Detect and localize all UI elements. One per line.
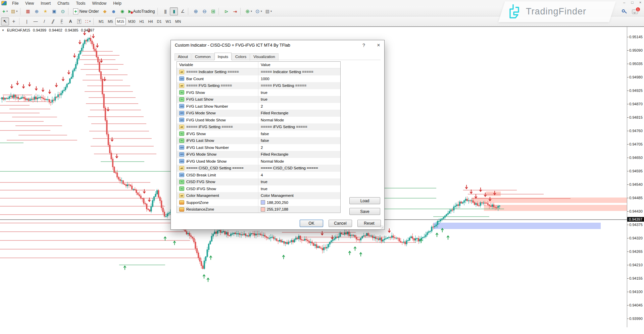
menu-item[interactable]: Tools [73, 0, 89, 6]
table-row[interactable]: iFVG Show false [177, 130, 340, 137]
cancel-button[interactable]: Cancel [329, 220, 352, 227]
dialog-tab[interactable]: Inputs [214, 53, 232, 60]
table-row[interactable]: CISD Break Limit 4 [177, 172, 340, 179]
toolbar-button[interactable] [93, 18, 96, 25]
table-row[interactable]: iFVG Used Mode Show Normal Mode [177, 158, 340, 165]
toolbar-button[interactable] [118, 7, 127, 15]
toolbar-button[interactable] [244, 7, 253, 15]
table-row[interactable]: ===== FVG Setting ===== ===== FVG Settin… [177, 82, 340, 89]
toolbar-button[interactable] [58, 17, 66, 25]
dialog-help-button[interactable]: ? [358, 40, 369, 50]
chevron-down-icon[interactable]: ▼ [2, 29, 4, 32]
save-button[interactable]: Save [349, 208, 380, 215]
minimize-button[interactable]: – [622, 0, 627, 4]
table-row[interactable]: ===== CISD_CSD Setting ===== ===== CISD_… [177, 165, 340, 172]
price-axis[interactable]: 0.951450.950900.950350.949800.949250.948… [627, 27, 644, 327]
table-row[interactable]: iFVG Last Show false [177, 137, 340, 144]
toolbar-button[interactable] [170, 7, 178, 15]
toolbar-button[interactable] [24, 7, 32, 15]
timeframe-button[interactable]: W1 [164, 18, 173, 25]
toolbar-button[interactable] [222, 7, 230, 15]
toolbar-button[interactable] [40, 17, 48, 25]
toolbar-button[interactable] [23, 17, 31, 25]
table-row[interactable]: CISD FVG Show true [177, 178, 340, 185]
toolbar-button[interactable] [209, 7, 217, 15]
toolbar-button[interactable] [68, 8, 70, 15]
chat-icon[interactable]: 1 [632, 9, 638, 14]
table-row[interactable]: CISD iFVG Show true [177, 185, 340, 192]
table-row[interactable]: FVG Last Show true [177, 96, 340, 103]
toolbar-button[interactable] [41, 7, 49, 15]
dialog-title-bar[interactable]: Custom Indicator - CISD-CSD + FVG-iFVG I… [171, 40, 384, 50]
timeframe-button[interactable]: M1 [97, 18, 105, 25]
timeframe-button[interactable]: MN [174, 18, 183, 25]
toolbar-button[interactable] [231, 7, 239, 15]
restore-button[interactable]: □ [630, 0, 635, 4]
table-row[interactable]: ResistanceZone 255,197,188 [177, 206, 340, 213]
menu-item[interactable]: Insert [37, 0, 54, 6]
table-row[interactable]: Color Management Color Management [177, 192, 340, 199]
table-row[interactable]: iFVG Mode Show Filled Rectangle [177, 151, 340, 158]
menu-item[interactable]: Help [110, 0, 125, 6]
param-value: Normal Mode [261, 118, 284, 122]
ok-button[interactable]: OK [300, 220, 323, 227]
toolbar-button[interactable] [19, 18, 21, 25]
menu-item[interactable]: Window [89, 0, 110, 6]
toolbar-button[interactable] [110, 7, 118, 15]
toolbar-button[interactable] [240, 8, 243, 15]
toolbar-button[interactable] [179, 7, 187, 15]
toolbar-button[interactable] [1, 17, 9, 25]
search-icon[interactable] [622, 9, 627, 14]
reset-button[interactable]: Reset [357, 220, 381, 227]
close-button[interactable]: × [638, 0, 643, 4]
toolbar-button[interactable] [264, 7, 273, 15]
timeframe-button[interactable]: M30 [127, 18, 137, 25]
toolbar-button[interactable] [10, 17, 18, 25]
toolbar-button[interactable] [157, 8, 160, 15]
menu-item[interactable]: Charts [54, 0, 72, 6]
toolbar-button[interactable] [32, 17, 40, 25]
toolbar-button[interactable] [101, 7, 109, 15]
toolbar-button[interactable]: AutoTrading [127, 7, 156, 15]
timeframe-button[interactable]: M5 [106, 18, 114, 25]
table-row[interactable]: ===== Indicator Setting ===== ===== Indi… [177, 68, 340, 75]
timeframe-button[interactable]: D1 [155, 18, 163, 25]
toolbar-button[interactable] [75, 17, 83, 25]
table-row[interactable]: SupportZone 188,200,250 [177, 199, 340, 206]
table-row[interactable]: FVG Show true [177, 89, 340, 96]
table-row[interactable]: FVG Mode Show Filled Rectangle [177, 110, 340, 117]
timeframe-button[interactable]: H1 [138, 18, 146, 25]
toolbar-button[interactable] [161, 7, 169, 15]
menu-item[interactable]: View [22, 0, 37, 6]
menu-item[interactable]: File [9, 0, 22, 6]
timeframe-button[interactable]: M15 [115, 18, 126, 25]
toolbar-button[interactable] [188, 8, 190, 15]
toolbar-button[interactable]: New Order [72, 7, 100, 15]
table-row[interactable]: ===== iFVG Setting ===== ===== iFVG Sett… [177, 123, 340, 130]
toolbar-button-icon [52, 9, 56, 13]
toolbar-button[interactable] [20, 8, 22, 15]
param-type-icon [179, 104, 184, 108]
toolbar-button[interactable] [66, 17, 75, 25]
table-row[interactable]: FVG Last Show Number 2 [177, 103, 340, 110]
dialog-close-icon[interactable]: × [373, 40, 384, 50]
inputs-table: Variable Value ===== Indicator Setting =… [177, 61, 341, 213]
toolbar-button[interactable] [192, 7, 200, 15]
toolbar-button[interactable] [59, 7, 67, 15]
resize-grip[interactable] [380, 225, 384, 229]
toolbar-button[interactable] [50, 7, 58, 15]
toolbar-button[interactable] [10, 7, 19, 15]
toolbar-button[interactable] [1, 7, 9, 15]
toolbar-button[interactable] [254, 7, 263, 15]
table-row[interactable]: Bar Count 1000 [177, 75, 340, 82]
table-row[interactable]: FVG Used Mode Show Normal Mode [177, 117, 340, 124]
toolbar-button[interactable] [218, 8, 221, 15]
param-name: CISD iFVG Show [186, 187, 216, 191]
toolbar-button[interactable] [49, 17, 57, 25]
toolbar-button[interactable] [33, 7, 41, 15]
toolbar-button[interactable] [200, 7, 208, 15]
load-button[interactable]: Load [349, 197, 380, 204]
toolbar-button[interactable] [84, 17, 92, 25]
table-row[interactable]: iFVG Last Show Number 2 [177, 144, 340, 151]
timeframe-button[interactable]: H4 [146, 18, 154, 25]
